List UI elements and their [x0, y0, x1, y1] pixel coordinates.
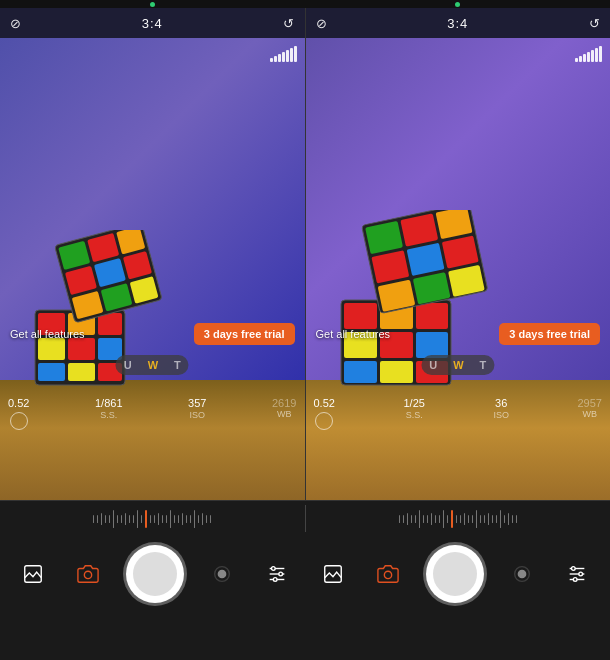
right-gallery-icon: [315, 556, 351, 592]
right-settings-icon: [559, 556, 595, 592]
cameras-container: ⊘ 3:4 ↺ Get all features 3 days free tri…: [0, 8, 610, 500]
right-flash-icon: ⊘: [316, 16, 327, 31]
left-wb-group: 2619 WB: [272, 397, 296, 420]
bar5: [286, 50, 289, 62]
svg-rect-27: [344, 361, 377, 383]
right-iso-value: 36: [495, 397, 507, 410]
left-free-trial-button[interactable]: 3 days free trial: [194, 323, 295, 345]
bar7: [294, 46, 297, 62]
right-uwt-u[interactable]: U: [421, 355, 445, 375]
left-shutter-button[interactable]: [126, 545, 184, 603]
rbar3: [583, 54, 586, 62]
svg-point-58: [579, 572, 583, 576]
right-aspect-ratio: 3:4: [447, 16, 468, 31]
right-iso-label: ISO: [493, 410, 509, 421]
rbar7: [599, 46, 602, 62]
rbar5: [591, 50, 594, 62]
rbar4: [587, 52, 590, 62]
svg-point-47: [272, 566, 276, 570]
right-live-icon: [504, 556, 540, 592]
left-iso-label: ISO: [190, 410, 206, 421]
bottom-controls: [0, 500, 610, 660]
svg-rect-28: [380, 361, 413, 383]
right-focal-circle: [315, 412, 333, 430]
left-live-icon: [204, 556, 240, 592]
left-signal-bars: [270, 46, 297, 62]
left-wb-value: 2619: [272, 397, 296, 409]
left-camera-switch-button[interactable]: [70, 556, 106, 592]
right-status-dot: [455, 2, 460, 7]
left-uwt-w[interactable]: W: [140, 355, 166, 375]
rbar6: [595, 48, 598, 62]
svg-point-42: [218, 570, 225, 577]
right-signal-bars: [575, 46, 602, 62]
left-get-features-text: Get all features: [10, 328, 85, 340]
right-focal-value: 0.52: [314, 397, 335, 410]
right-uwt-t[interactable]: T: [472, 355, 495, 375]
right-wb-group: 2957 WB: [578, 397, 602, 420]
left-iso-value: 357: [188, 397, 206, 410]
right-shutter-button[interactable]: [426, 545, 484, 603]
left-ruler-ticks: [93, 510, 211, 528]
right-shutter-inner: [433, 552, 477, 596]
left-live-button[interactable]: [204, 556, 240, 592]
left-uwt-u[interactable]: U: [116, 355, 140, 375]
left-settings-button[interactable]: [259, 556, 295, 592]
left-camera-panel: ⊘ 3:4 ↺ Get all features 3 days free tri…: [0, 8, 305, 500]
right-gallery-button[interactable]: [315, 556, 351, 592]
right-shutter-value: 1/25: [403, 397, 424, 410]
svg-point-59: [574, 577, 578, 581]
left-ruler[interactable]: [0, 501, 305, 536]
controls-row: [0, 536, 610, 611]
rbar1: [575, 58, 578, 62]
svg-rect-8: [68, 363, 95, 381]
right-shutter-label: S.S.: [406, 410, 423, 421]
right-wb-label: WB: [582, 409, 597, 420]
left-focal-circle: [10, 412, 28, 430]
svg-point-48: [279, 572, 283, 576]
right-camera-switch-icon: [370, 556, 406, 592]
left-flash-icon: ⊘: [10, 16, 21, 31]
right-uwt-w[interactable]: W: [445, 355, 471, 375]
right-free-trial-button[interactable]: 3 days free trial: [499, 323, 600, 345]
bar2: [274, 56, 277, 62]
right-get-features-text: Get all features: [316, 328, 391, 340]
left-shutter-circle: [126, 545, 184, 603]
right-uwt-selector: U W T: [421, 355, 494, 375]
left-uwt-selector: U W T: [116, 355, 189, 375]
right-ruler-ticks: [399, 510, 517, 528]
right-ruler[interactable]: [306, 501, 611, 536]
left-controls: [5, 545, 305, 603]
right-live-button[interactable]: [504, 556, 540, 592]
svg-point-51: [385, 571, 392, 578]
left-shutter-group: 1/861 S.S.: [95, 397, 123, 421]
left-focal-value: 0.52: [8, 397, 29, 410]
left-gallery-icon: [15, 556, 51, 592]
left-uwt-t[interactable]: T: [166, 355, 189, 375]
right-camera-panel: ⊘ 3:4 ↺ Get all features 3 days free tri…: [305, 8, 611, 500]
right-focal-group: 0.52: [314, 397, 335, 430]
left-iso-group: 357 ISO: [188, 397, 206, 421]
top-status-bar: [0, 0, 610, 8]
right-controls: [305, 545, 605, 603]
right-settings-button[interactable]: [559, 556, 595, 592]
rbar2: [579, 56, 582, 62]
rulers-row: [0, 500, 610, 536]
left-focal-group: 0.52: [8, 397, 29, 430]
svg-rect-7: [38, 363, 65, 381]
right-shutter-circle: [426, 545, 484, 603]
svg-point-52: [518, 570, 525, 577]
bar1: [270, 58, 273, 62]
left-camera-stats: 0.52 1/861 S.S. 357 ISO 2619 WB: [0, 397, 305, 430]
right-camera-stats: 0.52 1/25 S.S. 36 ISO 2957 WB: [306, 397, 611, 430]
left-wb-label: WB: [277, 409, 292, 420]
bar3: [278, 54, 281, 62]
right-status-bar: ⊘ 3:4 ↺: [306, 8, 611, 38]
left-settings-icon: [259, 556, 295, 592]
right-camera-switch-button[interactable]: [370, 556, 406, 592]
left-gallery-button[interactable]: [15, 556, 51, 592]
left-aspect-ratio: 3:4: [142, 16, 163, 31]
right-overlay-banner: Get all features 3 days free trial: [306, 323, 611, 345]
left-shutter-inner: [133, 552, 177, 596]
svg-point-57: [572, 566, 576, 570]
